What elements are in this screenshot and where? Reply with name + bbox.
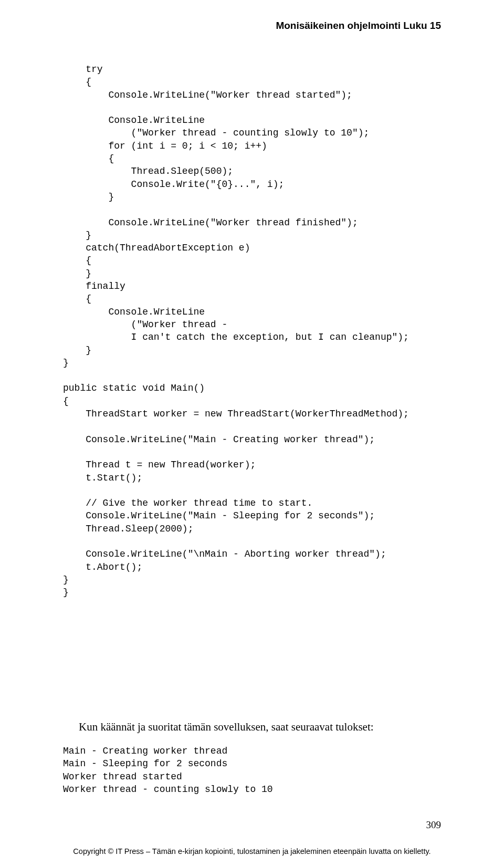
program-output: Main - Creating worker thread Main - Sle…	[63, 745, 441, 796]
page: Monisäikeinen ohjelmointi Luku 15 try { …	[0, 0, 504, 866]
body-paragraph: Kun käännät ja suoritat tämän sovellukse…	[79, 719, 441, 734]
code-listing: try { Console.WriteLine("Worker thread s…	[63, 63, 441, 599]
page-number: 309	[426, 819, 442, 831]
chapter-header: Monisäikeinen ohjelmointi Luku 15	[276, 20, 441, 32]
copyright-footer: Copyright © IT Press – Tämän e-kirjan ko…	[0, 847, 504, 855]
